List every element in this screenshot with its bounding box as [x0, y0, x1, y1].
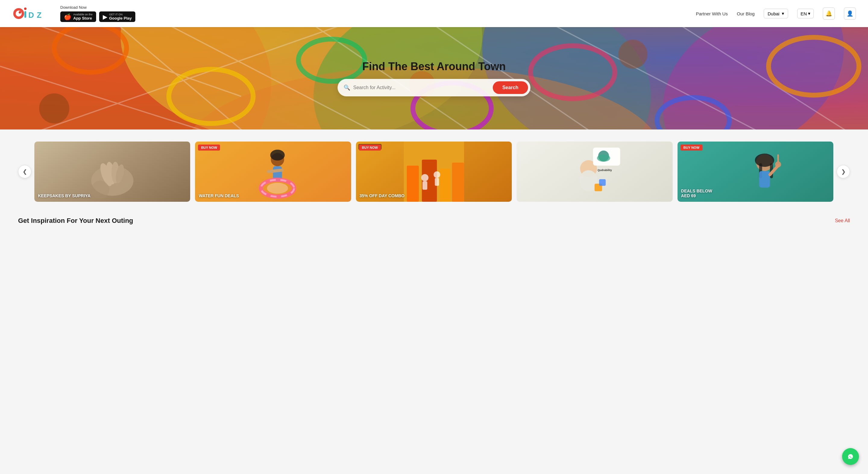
svg-rect-49 [452, 163, 464, 202]
svg-point-3 [24, 7, 27, 10]
android-icon: ▶ [103, 13, 107, 21]
apple-icon: 🍎 [64, 13, 71, 21]
svg-point-52 [433, 171, 440, 178]
card-3-art [356, 141, 512, 202]
language-value: EN [801, 11, 807, 16]
chevron-down-icon: ▾ [782, 11, 784, 16]
logo[interactable]: D Z [12, 4, 51, 23]
header-nav: Partner With Us Our Blog Dubai ▾ EN ▾ 🔔 … [696, 7, 856, 20]
app-store-button[interactable]: 🍎 Available on the App Store [60, 11, 96, 22]
notification-button[interactable]: 🔔 [823, 7, 835, 20]
user-icon: 👤 [846, 10, 853, 17]
card-1-label: KEEPSAKES BY SUPRIYA [38, 193, 90, 198]
google-play-small-text: GET IT ON [109, 13, 132, 16]
logo-area: D Z [12, 4, 51, 23]
store-buttons: 🍎 Available on the App Store ▶ GET IT ON… [60, 11, 135, 22]
card-1-art [34, 141, 190, 202]
promo-card-5[interactable]: BUY NOW DEALS BELOWAED 69 [678, 141, 833, 202]
location-select[interactable]: Dubai ▾ [764, 9, 788, 19]
card-3-label: 35% Off Day Combo [360, 193, 404, 198]
svg-point-60 [597, 155, 610, 162]
carousel-next-button[interactable]: ❯ [837, 165, 850, 178]
card-5-label: DEALS BELOWAED 69 [681, 189, 712, 198]
svg-rect-53 [435, 178, 439, 186]
card-2-art [195, 141, 351, 202]
search-button[interactable]: Search [493, 81, 528, 94]
blog-link[interactable]: Our Blog [737, 11, 755, 16]
svg-text:D: D [28, 10, 34, 20]
card-4-art: Qudrability [517, 141, 673, 202]
app-store-small-text: Available on the [73, 13, 93, 16]
header: D Z Download Now 🍎 Available on the App … [0, 0, 868, 27]
card-2-label: WATER FUN DEALS [198, 193, 239, 198]
google-play-button[interactable]: ▶ GET IT ON Google Play [99, 11, 135, 22]
card-5-tag: BUY NOW [681, 144, 703, 150]
svg-rect-66 [759, 171, 770, 188]
inspiration-section: Get Inspiration For Your Next Outing See… [0, 211, 868, 238]
svg-rect-48 [440, 169, 450, 202]
svg-line-41 [269, 170, 282, 172]
promo-carousel: ❮ KEEPSAKES BY SUPRIYA [18, 141, 850, 202]
partner-link[interactable]: Partner With Us [696, 11, 728, 16]
hero-title: Find The Best Around Town [362, 60, 506, 73]
download-label: Download Now [60, 5, 87, 10]
svg-point-50 [421, 174, 428, 181]
promo-section: ❮ KEEPSAKES BY SUPRIYA [0, 133, 868, 211]
svg-point-39 [270, 150, 285, 161]
bell-icon: 🔔 [826, 10, 832, 17]
download-section: Download Now 🍎 Available on the App Stor… [60, 5, 135, 22]
svg-rect-51 [422, 181, 427, 190]
chevron-down-icon: ▾ [808, 11, 810, 16]
search-bar: 🔍 Search [338, 79, 530, 96]
search-input[interactable] [353, 85, 493, 90]
app-store-large-text: App Store [73, 16, 93, 21]
see-all-link[interactable]: See All [835, 218, 850, 224]
card-3-tag: BUY NOW [359, 144, 381, 150]
promo-card-1[interactable]: KEEPSAKES BY SUPRIYA [34, 141, 190, 202]
promo-card-2[interactable]: BUY NOW WATER FUN DEALS [195, 141, 351, 202]
svg-point-37 [91, 181, 110, 199]
carousel-prev-button[interactable]: ❮ [18, 165, 31, 178]
language-select[interactable]: EN ▾ [797, 9, 814, 19]
svg-point-44 [267, 183, 288, 194]
section-header: Get Inspiration For Your Next Outing See… [18, 217, 850, 225]
section-title: Get Inspiration For Your Next Outing [18, 217, 133, 225]
svg-point-68 [775, 161, 781, 167]
hero-content: Find The Best Around Town 🔍 Search [0, 27, 868, 130]
google-play-large-text: Google Play [109, 16, 132, 21]
card-2-tag: BUY NOW [198, 144, 220, 150]
promo-cards-container: KEEPSAKES BY SUPRIYA [34, 141, 834, 202]
promo-card-3[interactable]: 🎮 FUN CITY BUY NOW 35% Off Day Combo [356, 141, 512, 202]
search-icon: 🔍 [344, 84, 350, 91]
user-profile-button[interactable]: 👤 [844, 7, 856, 20]
svg-point-2 [19, 11, 21, 13]
hero-section: Find The Best Around Town 🔍 Search [0, 27, 868, 130]
svg-rect-4 [24, 11, 26, 18]
svg-point-1 [16, 10, 22, 16]
svg-text:Z: Z [37, 10, 41, 20]
promo-card-4[interactable]: Qudrability [517, 141, 673, 202]
svg-rect-46 [407, 166, 418, 202]
svg-rect-57 [599, 179, 606, 186]
svg-text:Qudrability: Qudrability [598, 169, 612, 172]
location-value: Dubai [768, 11, 779, 16]
